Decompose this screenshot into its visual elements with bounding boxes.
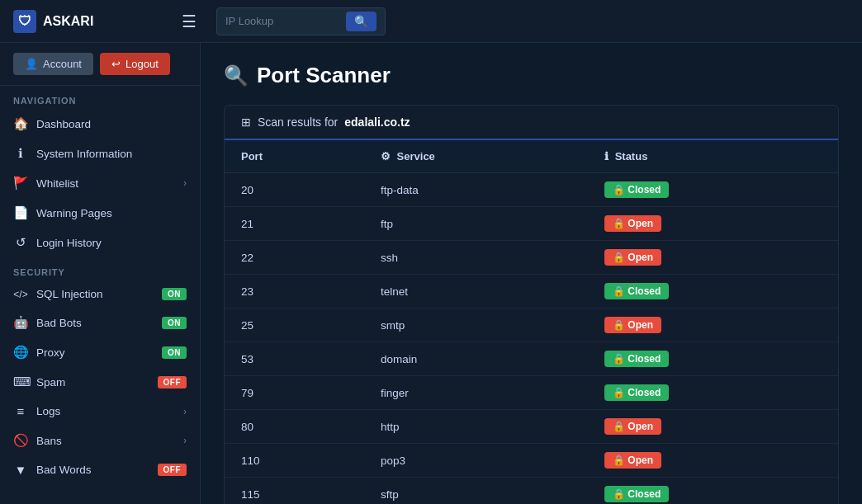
table-row: 53domain🔒 Closed bbox=[225, 342, 838, 376]
sidebar-item-logs[interactable]: ≡ Logs › bbox=[0, 397, 200, 426]
sql-injection-badge: ON bbox=[162, 288, 187, 300]
cell-service: telnet bbox=[364, 275, 588, 309]
sidebar-item-system-information[interactable]: ℹ System Information bbox=[0, 139, 200, 168]
cell-port: 80 bbox=[225, 410, 364, 444]
status-badge: 🔒 Closed bbox=[604, 486, 669, 502]
sidebar-item-proxy[interactable]: 🌐 Proxy ON bbox=[0, 337, 200, 367]
cell-port: 23 bbox=[225, 275, 364, 309]
sidebar-item-warning-pages[interactable]: 📄 Warning Pages bbox=[0, 198, 200, 228]
security-section-label: SECURITY bbox=[0, 257, 200, 280]
bans-chevron-icon: › bbox=[183, 435, 187, 446]
sidebar-item-bans[interactable]: 🚫 Bans › bbox=[0, 426, 200, 455]
whitelist-label: Whitelist bbox=[36, 177, 175, 190]
status-badge: 🔒 Open bbox=[604, 418, 661, 435]
page-title: 🔍 Port Scanner bbox=[224, 63, 839, 88]
topbar: 🛡 ASKARI ☰ 🔍 bbox=[0, 0, 862, 43]
app-name: ASKARI bbox=[43, 14, 93, 29]
cell-port: 25 bbox=[225, 309, 364, 342]
spam-icon: ⌨ bbox=[13, 374, 28, 389]
cell-status: 🔒 Open bbox=[588, 410, 838, 444]
login-history-icon: ↺ bbox=[13, 235, 28, 250]
col-port: Port bbox=[225, 140, 364, 173]
status-badge: 🔒 Open bbox=[604, 215, 661, 232]
sidebar-item-dashboard[interactable]: 🏠 Dashboard bbox=[0, 109, 200, 139]
cell-port: 22 bbox=[225, 241, 364, 275]
sql-injection-label: SQL Injection bbox=[36, 288, 154, 300]
cell-service: ssh bbox=[364, 241, 588, 275]
logout-button[interactable]: ↩ Logout bbox=[100, 53, 170, 75]
logs-chevron-icon: › bbox=[183, 406, 187, 417]
nav-section-label: NAVIGATION bbox=[0, 86, 200, 109]
status-badge: 🔒 Closed bbox=[604, 384, 669, 401]
table-row: 80http🔒 Open bbox=[225, 410, 838, 444]
cell-port: 53 bbox=[225, 342, 364, 376]
cell-port: 79 bbox=[225, 376, 364, 410]
results-header: ⊞ Scan results for edalali.co.tz bbox=[225, 106, 838, 140]
cell-status: 🔒 Closed bbox=[588, 342, 838, 376]
spam-label: Spam bbox=[36, 376, 149, 389]
search-button[interactable]: 🔍 bbox=[346, 12, 377, 31]
dashboard-icon: 🏠 bbox=[13, 116, 28, 131]
account-label: Account bbox=[43, 58, 82, 70]
table-row: 79finger🔒 Closed bbox=[225, 376, 838, 410]
table-row: 23telnet🔒 Closed bbox=[225, 275, 838, 309]
logs-icon: ≡ bbox=[13, 404, 28, 418]
sidebar-item-whitelist[interactable]: 🚩 Whitelist › bbox=[0, 168, 200, 198]
cell-port: 115 bbox=[225, 478, 364, 505]
bad-words-icon: ▼ bbox=[13, 463, 28, 477]
status-badge: 🔒 Open bbox=[604, 452, 661, 469]
sidebar-item-spam[interactable]: ⌨ Spam OFF bbox=[0, 367, 200, 397]
scan-domain: edalali.co.tz bbox=[344, 115, 410, 129]
hamburger-button[interactable]: ☰ bbox=[175, 8, 203, 35]
login-history-label: Login History bbox=[36, 237, 187, 249]
sql-injection-icon: </> bbox=[13, 289, 28, 300]
col-status: ℹ Status bbox=[588, 140, 838, 173]
logout-label: Logout bbox=[126, 58, 159, 70]
cell-status: 🔒 Closed bbox=[588, 275, 838, 309]
cell-status: 🔒 Closed bbox=[588, 478, 838, 505]
bad-bots-label: Bad Bots bbox=[36, 317, 154, 329]
search-input[interactable] bbox=[225, 15, 341, 27]
proxy-label: Proxy bbox=[36, 346, 154, 359]
cell-service: smtp bbox=[364, 309, 588, 342]
logo-icon: 🛡 bbox=[13, 10, 36, 33]
table-row: 25smtp🔒 Open bbox=[225, 309, 838, 342]
table-row: 22ssh🔒 Open bbox=[225, 241, 838, 275]
proxy-icon: 🌐 bbox=[13, 345, 28, 360]
status-badge: 🔒 Closed bbox=[604, 181, 669, 198]
cell-port: 20 bbox=[225, 173, 364, 207]
table-body: 20ftp-data🔒 Closed21ftp🔒 Open22ssh🔒 Open… bbox=[225, 173, 838, 505]
table-row: 110pop3🔒 Open bbox=[225, 444, 838, 478]
sidebar-item-login-history[interactable]: ↺ Login History bbox=[0, 228, 200, 257]
sidebar-item-sql-injection[interactable]: </> SQL Injection ON bbox=[0, 280, 200, 308]
page-title-text: Port Scanner bbox=[257, 63, 391, 88]
system-info-icon: ℹ bbox=[13, 146, 28, 161]
bans-label: Bans bbox=[36, 435, 175, 447]
logs-label: Logs bbox=[36, 405, 175, 417]
col-service: ⚙ Service bbox=[364, 140, 588, 173]
cell-port: 21 bbox=[225, 207, 364, 241]
sidebar-item-bad-words[interactable]: ▼ Bad Words OFF bbox=[0, 455, 200, 484]
account-icon: 👤 bbox=[25, 58, 38, 70]
warning-pages-label: Warning Pages bbox=[36, 207, 187, 219]
cell-service: pop3 bbox=[364, 444, 588, 478]
cell-service: domain bbox=[364, 342, 588, 376]
system-info-label: System Information bbox=[36, 148, 187, 160]
bans-icon: 🚫 bbox=[13, 433, 28, 448]
table-header: Port ⚙ Service ℹ Status bbox=[225, 140, 838, 173]
table-row: 115sftp🔒 Closed bbox=[225, 478, 838, 505]
dashboard-label: Dashboard bbox=[36, 118, 187, 130]
cell-status: 🔒 Open bbox=[588, 309, 838, 342]
cell-service: http bbox=[364, 410, 588, 444]
bad-words-label: Bad Words bbox=[36, 464, 149, 476]
results-card: ⊞ Scan results for edalali.co.tz Port ⚙ … bbox=[224, 105, 839, 504]
table-row: 21ftp🔒 Open bbox=[225, 207, 838, 241]
main-content: 🔍 Port Scanner ⊞ Scan results for edalal… bbox=[201, 43, 862, 504]
logout-icon: ↩ bbox=[111, 58, 121, 70]
bad-bots-badge: ON bbox=[162, 317, 187, 329]
sidebar-item-bad-bots[interactable]: 🤖 Bad Bots ON bbox=[0, 308, 200, 337]
logo: 🛡 ASKARI bbox=[13, 10, 162, 33]
bad-bots-icon: 🤖 bbox=[13, 315, 28, 330]
layout: 👤 Account ↩ Logout NAVIGATION 🏠 Dashboar… bbox=[0, 43, 862, 504]
account-button[interactable]: 👤 Account bbox=[13, 53, 93, 75]
